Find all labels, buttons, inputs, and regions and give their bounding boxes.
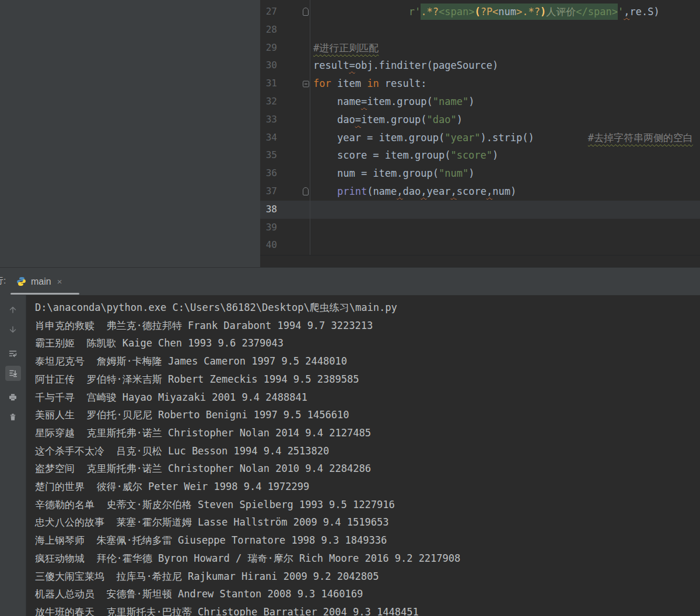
code-text: name=item.group("name") bbox=[310, 93, 700, 111]
scroll-to-end-icon[interactable] bbox=[5, 366, 21, 381]
line-number: 28 bbox=[260, 21, 310, 39]
tab-title: main bbox=[31, 276, 51, 287]
line-number: 33 bbox=[260, 111, 310, 129]
code-text bbox=[310, 236, 700, 254]
python-icon bbox=[16, 276, 26, 286]
code-text: dao=item.group("dao") bbox=[310, 111, 700, 129]
line-number: 27 bbox=[260, 3, 310, 21]
up-arrow-icon[interactable] bbox=[5, 302, 21, 317]
line-number: 39 bbox=[260, 219, 310, 237]
line-number: 34 bbox=[260, 129, 310, 147]
console-lines-container: D:\anaconda\python.exe C:\Users\86182\De… bbox=[35, 299, 700, 616]
code-text bbox=[310, 21, 700, 39]
console-line: 海上钢琴师 朱塞佩·托纳多雷 Giuseppe Tornatore 1998 9… bbox=[35, 531, 700, 550]
code-line: 33 dao=item.group("dao") bbox=[260, 111, 700, 129]
code-editor[interactable]: 27 r'.*?<span>(?P<num>.*?)人评价</span>',re… bbox=[260, 0, 700, 256]
console-line: 星际穿越 克里斯托弗·诺兰 Christopher Nolan 2014 9.4… bbox=[35, 424, 700, 442]
fold-marker-icon[interactable] bbox=[303, 187, 309, 195]
line-number: 37 bbox=[260, 183, 310, 201]
code-text: #进行正则匹配 bbox=[310, 39, 700, 57]
code-text: num = item.group("num") bbox=[310, 164, 700, 183]
code-text: score = item.group("score") bbox=[310, 146, 700, 164]
code-line: 27 r'.*?<span>(?P<num>.*?)人评价</span>',re… bbox=[260, 3, 700, 21]
console-line: 忠犬八公的故事 莱塞·霍尔斯道姆 Lasse Hallström 2009 9.… bbox=[35, 513, 700, 531]
fold-marker-icon[interactable] bbox=[303, 8, 309, 16]
code-line: 34 year = item.group("year").strip() #去掉… bbox=[260, 129, 700, 147]
line-number: 31 bbox=[260, 75, 310, 93]
console-line: 泰坦尼克号 詹姆斯·卡梅隆 James Cameron 1997 9.5 244… bbox=[35, 352, 700, 370]
print-icon[interactable] bbox=[5, 390, 21, 405]
console-line: 阿甘正传 罗伯特·泽米吉斯 Robert Zemeckis 1994 9.5 2… bbox=[35, 370, 700, 388]
gutter-border bbox=[310, 0, 310, 255]
code-line: 31for item in result: bbox=[260, 75, 700, 93]
console-output[interactable]: D:\anaconda\python.exe C:\Users\86182\De… bbox=[26, 295, 700, 616]
code-line: 32 name=item.group("name") bbox=[260, 93, 700, 111]
console-line: 盗梦空间 克里斯托弗·诺兰 Christopher Nolan 2010 9.4… bbox=[35, 460, 700, 478]
code-text: result=obj.finditer(pageSource) bbox=[310, 57, 700, 75]
tab-main[interactable]: main × bbox=[10, 268, 79, 295]
line-number: 29 bbox=[260, 39, 310, 57]
console-line: 楚门的世界 彼得·威尔 Peter Weir 1998 9.4 1972299 bbox=[35, 478, 700, 496]
close-icon[interactable]: × bbox=[57, 276, 62, 286]
run-window-label: 行: bbox=[0, 275, 9, 288]
line-number: 36 bbox=[260, 164, 310, 183]
fold-collapse-icon[interactable] bbox=[303, 80, 309, 87]
down-arrow-icon[interactable] bbox=[5, 322, 21, 337]
code-text: r'.*?<span>(?P<num>.*?)人评价</span>',re.S) bbox=[310, 3, 700, 21]
code-line: 30result=obj.finditer(pageSource) bbox=[260, 57, 700, 75]
project-panel bbox=[0, 0, 260, 267]
line-number: 38 bbox=[260, 201, 310, 219]
code-line: 37 print(name,dao,year,score,num) bbox=[260, 183, 700, 201]
line-number: 30 bbox=[260, 57, 310, 75]
console-line: 放牛班的春天 克里斯托夫·巴拉蒂 Christophe Barratier 20… bbox=[35, 603, 700, 616]
line-number: 35 bbox=[260, 146, 310, 164]
run-tabbar: 行: main × bbox=[0, 267, 700, 295]
console-line: 机器人总动员 安德鲁·斯坦顿 Andrew Stanton 2008 9.3 1… bbox=[35, 585, 700, 603]
code-text: print(name,dao,year,score,num) bbox=[310, 183, 700, 201]
console-line: 千与千寻 宫崎骏 Hayao Miyazaki 2001 9.4 2488841 bbox=[35, 388, 700, 407]
console-line: 美丽人生 罗伯托·贝尼尼 Roberto Benigni 1997 9.5 14… bbox=[35, 406, 700, 424]
console-line: 辛德勒的名单 史蒂文·斯皮尔伯格 Steven Spielberg 1993 9… bbox=[35, 496, 700, 514]
console-toolbar bbox=[0, 295, 26, 616]
code-line: 40 bbox=[260, 236, 700, 254]
code-text bbox=[310, 201, 700, 219]
code-line: 28 bbox=[260, 21, 700, 39]
console-line: 疯狂动物城 拜伦·霍华德 Byron Howard / 瑞奇·摩尔 Rich M… bbox=[35, 550, 700, 568]
clear-icon[interactable] bbox=[5, 410, 21, 425]
code-text: for item in result: bbox=[310, 75, 700, 93]
soft-wrap-icon[interactable] bbox=[5, 346, 21, 361]
code-line: 35 score = item.group("score") bbox=[260, 146, 700, 164]
console-line: 三傻大闹宝莱坞 拉库马·希拉尼 Rajkumar Hirani 2009 9.2… bbox=[35, 568, 700, 586]
code-line: 39 bbox=[260, 219, 700, 237]
run-label-fragment: 行: bbox=[0, 275, 6, 286]
console-line: 霸王别姬 陈凯歌 Kaige Chen 1993 9.6 2379043 bbox=[35, 334, 700, 352]
code-line: 29#进行正则匹配 bbox=[260, 39, 700, 57]
line-number: 40 bbox=[260, 236, 310, 254]
console-line: 肖申克的救赎 弗兰克·德拉邦特 Frank Darabont 1994 9.7 … bbox=[35, 317, 700, 335]
line-number: 32 bbox=[260, 93, 310, 111]
code-line: 38 bbox=[260, 201, 700, 219]
code-text: year = item.group("year").strip() #去掉字符串… bbox=[310, 129, 700, 147]
console-line: D:\anaconda\python.exe C:\Users\86182\De… bbox=[35, 299, 700, 317]
code-text bbox=[310, 219, 700, 237]
code-lines-container: 27 r'.*?<span>(?P<num>.*?)人评价</span>',re… bbox=[260, 0, 700, 254]
active-tab-underline bbox=[10, 293, 79, 295]
console-line: 这个杀手不太冷 吕克·贝松 Luc Besson 1994 9.4 251382… bbox=[35, 442, 700, 460]
code-line: 36 num = item.group("num") bbox=[260, 164, 700, 183]
